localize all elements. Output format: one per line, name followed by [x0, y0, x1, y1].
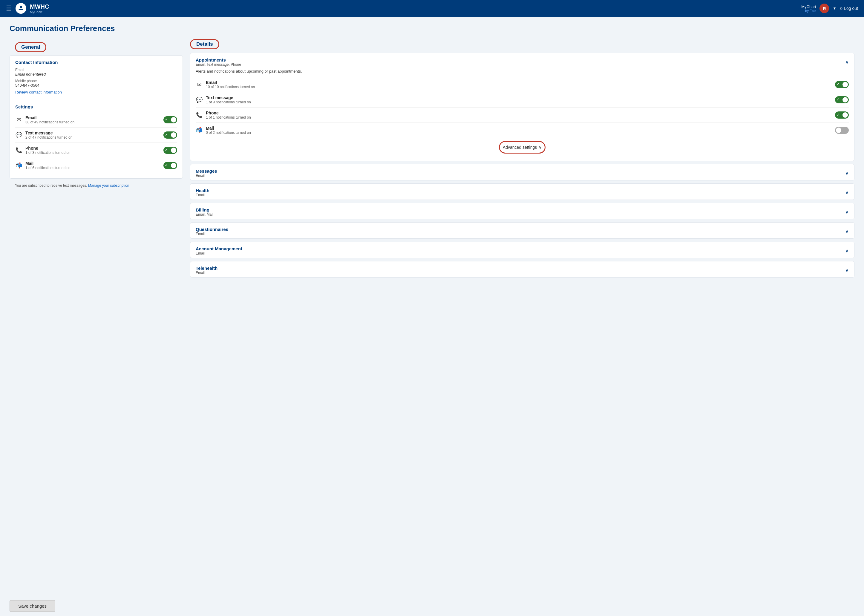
email-label: Email: [15, 68, 177, 72]
phone-label: Mobile phone: [15, 79, 177, 83]
settings-email-toggle[interactable]: ✓: [163, 116, 177, 123]
mychart-epic: MyChart by Epic: [801, 5, 816, 13]
appointments-chevron-up: ∧: [845, 59, 849, 65]
settings-phone-count: 1 of 3 notifications turned on: [25, 151, 71, 155]
settings-email-name: Email: [25, 115, 74, 120]
hamburger-icon[interactable]: ☰: [6, 5, 12, 12]
brand-sub: MyChart: [30, 10, 49, 14]
manage-subscription-link[interactable]: Manage your subscription: [88, 184, 129, 188]
settings-mail-toggle[interactable]: ✓: [163, 162, 177, 169]
telehealth-chevron: ∨: [845, 267, 849, 273]
appointments-desc: Alerts and notifications about upcoming …: [196, 69, 849, 74]
general-section: General Contact Information Email Email …: [9, 39, 183, 192]
header-right: MyChart by Epic R ▼ ⎋ Log out: [801, 3, 858, 13]
general-header[interactable]: General: [15, 42, 46, 52]
billing-header[interactable]: Billing Email, Mail ∨: [190, 203, 854, 219]
settings-mail-row: 📬 Mail 1 of 6 notifications turned on ✓: [15, 158, 177, 173]
phone-value: 540-847-0564: [15, 83, 177, 88]
logout-icon: ⎋: [840, 6, 842, 11]
health-subtitle: Email: [196, 193, 209, 197]
health-title: Health: [196, 188, 209, 193]
questionnaires-header[interactable]: Questionnaires Email ∨: [190, 223, 854, 238]
advanced-settings-chevron: ∨: [539, 145, 542, 150]
page-title: Communication Preferences: [9, 24, 855, 33]
two-col-layout: General Contact Information Email Email …: [9, 39, 855, 281]
appt-email-icon: ✉: [196, 81, 203, 88]
appt-mail-name: Mail: [206, 126, 251, 130]
settings-text-toggle[interactable]: ✓: [163, 132, 177, 138]
account-management-chevron: ∨: [845, 248, 849, 254]
right-panel: Details Appointments Email, Text message…: [190, 39, 855, 281]
left-panel: General Contact Information Email Email …: [9, 39, 183, 196]
logout-button[interactable]: ⎋ Log out: [840, 6, 858, 11]
appt-text-name: Text message: [206, 95, 251, 100]
telehealth-subtitle: Email: [196, 271, 217, 275]
phone-icon: 📞: [15, 147, 22, 154]
messages-title: Messages: [196, 168, 217, 174]
appt-mail-count: 0 of 2 notifications turned on: [206, 130, 251, 135]
text-icon: 💬: [15, 132, 22, 138]
appt-mail-icon: 📬: [196, 127, 203, 134]
settings-email-row: ✉ Email 38 of 49 notifications turned on…: [15, 112, 177, 127]
settings-email-count: 38 of 49 notifications turned on: [25, 120, 74, 124]
settings-section: Settings ✉ Email 38 of 49 notifications …: [10, 100, 182, 178]
appt-phone-row: 📞 Phone 1 of 1 notifications turned on ✓: [196, 108, 849, 123]
telehealth-title: Telehealth: [196, 266, 217, 271]
contact-info-title: Contact Information: [15, 60, 177, 65]
settings-phone-name: Phone: [25, 146, 71, 151]
messages-card: Messages Email ∨: [190, 164, 855, 181]
health-card: Health Email ∨: [190, 184, 855, 200]
messages-header[interactable]: Messages Email ∨: [190, 164, 854, 180]
appt-email-row: ✉ Email 10 of 10 notifications turned on…: [196, 77, 849, 92]
settings-mail-name: Mail: [25, 161, 71, 166]
appt-email-count: 10 of 10 notifications turned on: [206, 85, 255, 89]
appointments-body: Alerts and notifications about upcoming …: [190, 69, 854, 161]
user-dropdown-arrow[interactable]: ▼: [833, 6, 836, 11]
billing-chevron: ∨: [845, 209, 849, 215]
footer-bar: Save changes: [0, 596, 864, 616]
email-icon: ✉: [15, 116, 22, 123]
settings-text-name: Text message: [25, 130, 72, 135]
appointments-card: Appointments Email, Text message, Phone …: [190, 53, 855, 161]
settings-title: Settings: [15, 104, 177, 109]
details-header[interactable]: Details: [190, 39, 219, 49]
logout-label: Log out: [844, 6, 858, 11]
logo-area: [16, 3, 26, 14]
header-left: ☰ MWHC MyChart: [6, 3, 49, 14]
review-contact-link[interactable]: Review contact information: [15, 90, 62, 94]
save-changes-button[interactable]: Save changes: [9, 600, 55, 612]
account-management-card: Account Management Email ∨: [190, 242, 855, 258]
appt-text-toggle[interactable]: ✓: [835, 96, 849, 104]
user-avatar[interactable]: R: [820, 3, 829, 13]
appt-email-toggle[interactable]: ✓: [835, 81, 849, 88]
account-management-header[interactable]: Account Management Email ∨: [190, 242, 854, 258]
appt-mail-toggle[interactable]: [835, 127, 849, 134]
settings-phone-toggle[interactable]: ✓: [163, 147, 177, 154]
advanced-settings-button[interactable]: Advanced settings ∨: [499, 141, 545, 154]
epic-label: by Epic: [805, 9, 816, 13]
appointments-header[interactable]: Appointments Email, Text message, Phone …: [190, 53, 854, 69]
settings-phone-row: 📞 Phone 1 of 3 notifications turned on ✓: [15, 143, 177, 158]
advanced-settings-label: Advanced settings: [503, 145, 537, 150]
settings-text-count: 2 of 47 notifications turned on: [25, 135, 72, 140]
contact-info-section: Contact Information Email Email not ente…: [10, 55, 182, 100]
subscription-text: You are subscribed to receive text messa…: [9, 184, 183, 192]
appt-mail-row: 📬 Mail 0 of 2 notifications turned on: [196, 123, 849, 138]
messages-chevron: ∨: [845, 170, 849, 176]
messages-subtitle: Email: [196, 174, 217, 178]
email-value: Email not entered: [15, 72, 177, 77]
questionnaires-subtitle: Email: [196, 232, 228, 236]
questionnaires-chevron: ∨: [845, 229, 849, 234]
health-header[interactable]: Health Email ∨: [190, 184, 854, 200]
telehealth-card: Telehealth Email ∨: [190, 261, 855, 278]
appt-phone-toggle[interactable]: ✓: [835, 112, 849, 119]
brand-name: MWHC: [30, 3, 49, 10]
settings-mail-count: 1 of 6 notifications turned on: [25, 166, 71, 170]
svg-point-0: [20, 6, 22, 8]
appointments-title: Appointments: [196, 57, 241, 63]
billing-subtitle: Email, Mail: [196, 212, 213, 217]
logo-icon: [16, 3, 26, 14]
health-chevron: ∨: [845, 190, 849, 195]
telehealth-header[interactable]: Telehealth Email ∨: [190, 261, 854, 277]
appt-phone-name: Phone: [206, 110, 251, 115]
